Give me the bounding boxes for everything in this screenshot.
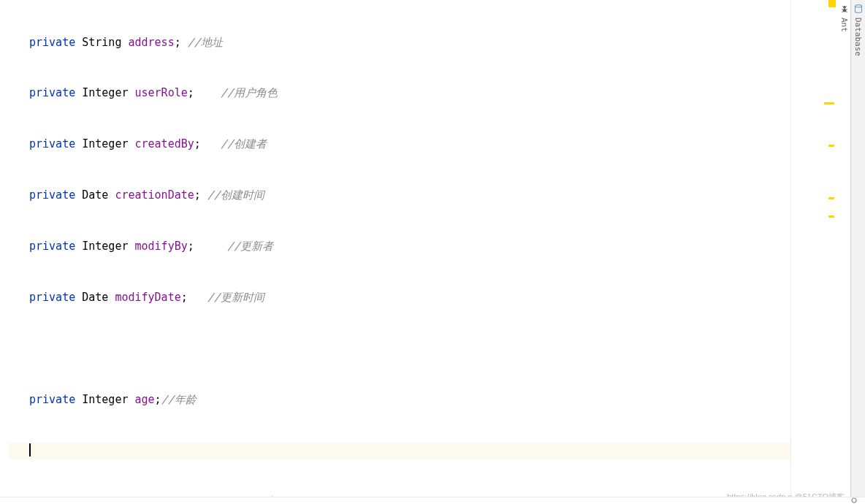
- code-line: private Integer modifyBy; //更新者: [9, 238, 790, 255]
- svg-point-0: [855, 5, 861, 7]
- code-line: private Date creationDate; //创建时间: [9, 187, 790, 204]
- current-line: [9, 443, 790, 459]
- warning-marker[interactable]: [828, 197, 834, 199]
- code-line: private Integer userRole; //用户角色: [9, 85, 790, 102]
- code-line: private String address; //地址: [9, 34, 790, 51]
- tool-label: Database: [853, 18, 863, 56]
- warning-marker[interactable]: [824, 102, 834, 104]
- code-line: [9, 340, 790, 357]
- error-stripe[interactable]: [790, 0, 836, 497]
- code-line: private Integer createdBy; //创建者: [9, 136, 790, 153]
- svg-point-3: [852, 498, 856, 503]
- status-bar-stub: [0, 497, 865, 504]
- warning-marker[interactable]: [828, 145, 834, 147]
- tool-ant[interactable]: Ant: [837, 0, 851, 504]
- text-caret: [29, 443, 31, 457]
- svg-point-1: [843, 6, 846, 9]
- settings-icon[interactable]: [850, 497, 861, 504]
- analysis-indicator[interactable]: [828, 0, 836, 7]
- code-line: private Integer age;//年龄: [9, 392, 790, 408]
- warning-marker[interactable]: [828, 215, 834, 218]
- tool-window-bar-right: Database Ant: [850, 0, 865, 504]
- database-icon: [854, 4, 863, 13]
- ant-icon: [840, 4, 849, 13]
- tool-database[interactable]: Database: [851, 0, 865, 504]
- tool-label: Ant: [839, 18, 849, 32]
- code-area[interactable]: private String address; //地址 private Int…: [0, 0, 790, 497]
- code-editor[interactable]: private String address; //地址 private Int…: [0, 0, 850, 497]
- code-line: private Date modifyDate; //更新时间: [9, 289, 790, 306]
